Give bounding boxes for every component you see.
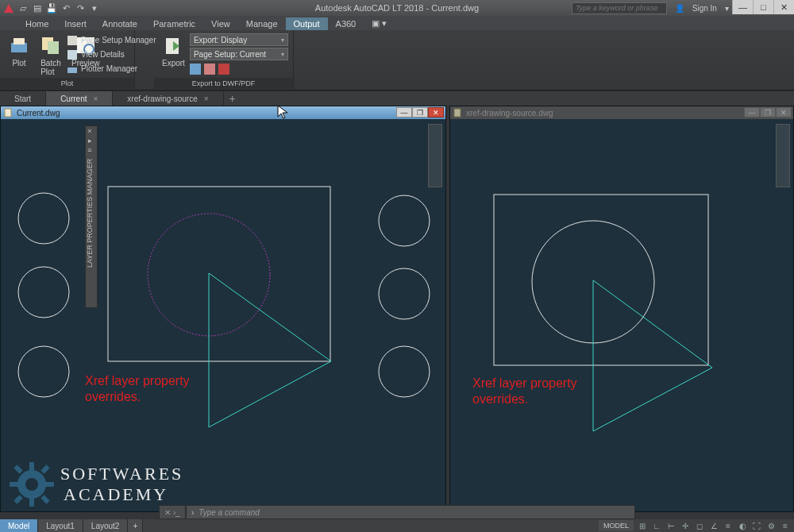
app-title-bar: ▱ ▤ 💾 ↶ ↷ ▾ Autodesk AutoCAD LT 2018 - C… — [0, 0, 794, 16]
doc-title: xref-drawing-source.dwg — [466, 109, 553, 118]
tab-home[interactable]: Home — [17, 17, 56, 30]
save-icon[interactable]: 💾 — [46, 2, 57, 13]
export-button[interactable]: Export — [157, 32, 190, 76]
canvas-xref[interactable]: Xref layer property overrides. — [450, 119, 793, 511]
workspace: Current.dwg — ❐ ✕ LAYER PROPERTIES MANAG… — [0, 106, 794, 512]
plotter-manager-icon — [67, 64, 78, 75]
export-pdf-icon[interactable] — [218, 64, 229, 75]
otrack-icon[interactable]: ∠ — [708, 520, 719, 531]
svg-rect-9 — [218, 64, 229, 75]
plotter-manager-button[interactable]: Plotter Manager — [64, 62, 160, 75]
command-line[interactable]: ✕ ›_ › Type a command — [159, 505, 635, 519]
workspace-icon[interactable]: ⚙ — [765, 520, 777, 531]
panel-title-plot: Plot — [0, 78, 134, 89]
plot-button[interactable]: Plot — [3, 32, 35, 79]
window-close-button[interactable]: ✕ — [773, 0, 794, 14]
export-dwf-icon[interactable] — [190, 64, 201, 75]
tab-insert[interactable]: Insert — [56, 17, 94, 30]
svg-rect-22 — [454, 109, 461, 117]
exchange-icon[interactable]: ▾ — [722, 4, 732, 13]
svg-point-17 — [18, 267, 69, 318]
osnap-icon[interactable]: ◻ — [694, 520, 705, 531]
tab-parametric[interactable]: Parametric — [145, 17, 203, 30]
doc-minimize-button[interactable]: — — [396, 107, 412, 118]
open-icon[interactable]: ▤ — [32, 2, 43, 13]
doc-close-button[interactable]: ✕ — [776, 107, 792, 118]
command-placeholder: Type a command — [198, 508, 260, 517]
svg-rect-10 — [67, 36, 77, 45]
app-logo-icon[interactable] — [2, 2, 14, 14]
page-setup-combo[interactable]: Page Setup: Current — [190, 48, 288, 60]
xref-override-label: Xref layer property overrides. — [85, 373, 190, 405]
export-display-combo[interactable]: Export: Display — [190, 33, 288, 46]
drawing-geometry — [1, 119, 445, 511]
svg-rect-14 — [108, 187, 330, 361]
view-details-icon — [67, 49, 78, 60]
tab-manage[interactable]: Manage — [238, 17, 286, 30]
lineweight-icon[interactable]: ≡ — [723, 520, 734, 531]
file-tab-strip: Start Current xref-drawing-source + — [0, 91, 794, 106]
svg-point-20 — [379, 268, 430, 319]
tab-output[interactable]: Output — [286, 17, 328, 30]
transparency-icon[interactable]: ◐ — [737, 520, 748, 531]
status-model-chip[interactable]: MODEL — [599, 520, 634, 531]
window-minimize-button[interactable]: — — [732, 0, 753, 14]
svg-rect-11 — [67, 50, 77, 60]
annotation-icon[interactable]: ⛶ — [751, 520, 762, 531]
status-bar: Model Layout1 Layout2 + MODEL ⊞ ∟ ⊢ ✛ ◻ … — [0, 519, 794, 532]
svg-point-18 — [18, 346, 69, 397]
command-line-handle-icon[interactable]: ✕ ›_ — [159, 505, 186, 519]
canvas-current[interactable]: LAYER PROPERTIES MANAGER × ▸ ≡ — [1, 119, 445, 511]
svg-rect-23 — [494, 195, 708, 365]
batch-plot-button[interactable]: Batch Plot — [35, 32, 67, 79]
svg-point-16 — [18, 193, 69, 244]
ribbon-extra-icon[interactable]: ▣ ▾ — [364, 17, 395, 30]
customize-icon[interactable]: ≡ — [780, 520, 791, 531]
window-maximize-button[interactable]: □ — [753, 0, 773, 14]
doc-window-current: Current.dwg — ❐ ✕ LAYER PROPERTIES MANAG… — [0, 106, 446, 512]
doc-title: Current.dwg — [17, 109, 60, 118]
svg-point-19 — [379, 195, 430, 246]
page-setup-icon — [67, 35, 78, 46]
tab-a360[interactable]: A360 — [328, 17, 364, 30]
page-setup-manager-button[interactable]: Page Setup Manager — [64, 33, 160, 47]
tab-view[interactable]: View — [203, 17, 238, 30]
layout-tab-add-button[interactable]: + — [128, 519, 143, 532]
search-input[interactable] — [572, 2, 667, 14]
plot-icon — [8, 35, 30, 57]
new-icon[interactable]: ▱ — [17, 2, 29, 13]
file-tab-xref[interactable]: xref-drawing-source — [113, 91, 223, 106]
view-details-button[interactable]: View Details — [64, 48, 160, 61]
doc-minimize-button[interactable]: — — [744, 107, 760, 118]
doc-icon — [453, 108, 463, 118]
doc-titlebar-xref[interactable]: xref-drawing-source.dwg — ❐ ✕ — [450, 106, 793, 119]
layout-tab-layout1[interactable]: Layout1 — [38, 519, 83, 532]
file-tab-current[interactable]: Current — [46, 91, 113, 106]
doc-titlebar-current[interactable]: Current.dwg — ❐ ✕ — [1, 106, 445, 119]
file-tab-start[interactable]: Start — [0, 91, 46, 106]
panel-title-export: Export to DWF/PDF — [154, 78, 293, 89]
doc-icon — [4, 108, 13, 118]
snap-icon[interactable]: ∟ — [651, 520, 662, 531]
layout-tab-layout2[interactable]: Layout2 — [83, 519, 129, 532]
plot-panel-options: Page Setup Manager View Details Plotter … — [64, 32, 160, 75]
polar-icon[interactable]: ✛ — [680, 520, 691, 531]
undo-icon[interactable]: ↶ — [60, 2, 71, 13]
layout-tab-model[interactable]: Model — [0, 519, 38, 532]
qat-dropdown-icon[interactable]: ▾ — [89, 2, 100, 13]
svg-rect-3 — [48, 41, 59, 54]
signin-button[interactable]: Sign In — [689, 4, 720, 13]
grid-icon[interactable]: ⊞ — [637, 520, 648, 531]
tab-annotate[interactable]: Annotate — [94, 17, 145, 30]
doc-restore-button[interactable]: ❐ — [760, 107, 776, 118]
redo-icon[interactable]: ↷ — [75, 2, 86, 13]
export-dwfx-icon[interactable] — [204, 64, 215, 75]
infocenter-icon[interactable]: 👤 — [672, 4, 688, 13]
doc-close-button[interactable]: ✕ — [428, 107, 444, 118]
doc-restore-button[interactable]: ❐ — [412, 107, 428, 118]
svg-rect-12 — [67, 67, 77, 73]
file-tab-add-button[interactable]: + — [224, 91, 241, 106]
ortho-icon[interactable]: ⊢ — [665, 520, 676, 531]
doc-window-xref: xref-drawing-source.dwg — ❐ ✕ Xref layer… — [449, 106, 794, 512]
svg-rect-1 — [13, 38, 25, 44]
